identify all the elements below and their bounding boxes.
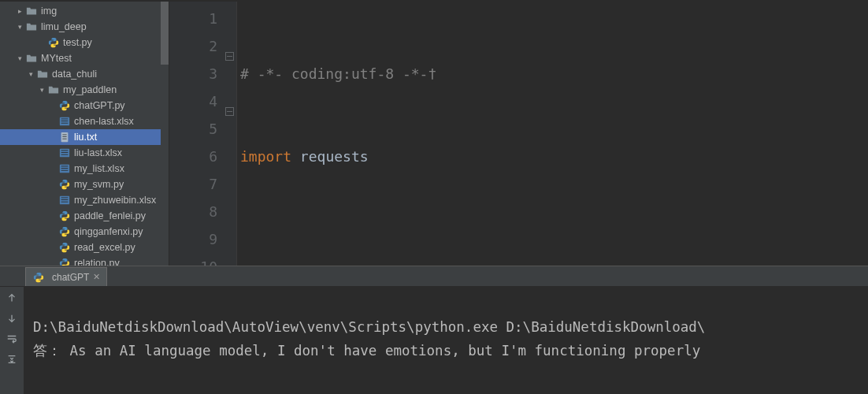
tree-item-relation-py[interactable]: relation.py [0,255,169,266]
py-icon [58,210,71,222]
svg-rect-6 [62,136,66,137]
console-output[interactable]: D:\BaiduNetdiskDownload\AutoView\venv\Sc… [24,287,868,394]
svg-rect-14 [61,168,69,169]
folder-icon [47,84,60,96]
chevron-down-icon[interactable]: ▾ [16,53,24,64]
line-number: 4 [172,87,217,115]
tree-item-label: my_zhuweibin.xlsx [74,192,156,208]
tree-item-paddle-fenlei-py[interactable]: paddle_fenlei.py [0,208,169,224]
run-tool-window: chatGPT ✕ D:\BaiduNetdiskDownload\AutoVi… [0,266,868,394]
tree-scrollbar-track[interactable] [161,2,169,266]
tree-item-my-svm-py[interactable]: my_svm.py [0,177,169,192]
run-tabs: chatGPT ✕ [0,266,868,287]
tree-item-chen-last-xlsx[interactable]: chen-last.xlsx [0,113,169,129]
project-tree[interactable]: ▸img▾limu_deeptest.py▾MYtest▾data_chuli▾… [0,2,169,266]
line-number: 3 [172,60,217,87]
svg-rect-3 [61,123,69,124]
fold-toggle-icon[interactable] [225,42,234,50]
tree-item-label: qingganfenxi.py [74,224,143,240]
chevron-down-icon[interactable]: ▾ [16,21,24,32]
svg-rect-1 [61,119,69,120]
code-comment: # -*- coding:utf-8 -*-† [240,65,436,82]
tree-item-img[interactable]: ▸img [0,3,169,19]
tree-item-label: chatGPT.py [74,98,125,113]
fold-toggle-icon[interactable] [225,97,234,106]
python-icon [32,271,45,284]
tree-item-label: data_chuli [52,66,97,82]
py-icon [58,241,71,254]
line-number-gutter: 12345678910 [169,2,237,266]
svg-rect-10 [61,152,69,153]
code-text: requests [291,148,369,165]
svg-rect-17 [61,198,69,199]
chevron-down-icon[interactable]: ▾ [27,69,35,80]
svg-rect-2 [61,121,69,121]
tree-item-label: my_svm.py [74,177,124,192]
svg-rect-19 [61,202,69,203]
folder-icon [36,68,49,80]
line-number: 9 [172,225,217,253]
xls-icon [58,115,71,128]
txt-icon [58,131,71,143]
tree-item-qingganfenxi-py[interactable]: qingganfenxi.py [0,224,169,240]
line-number: 8 [172,198,217,225]
folder-icon [25,20,38,33]
tree-item-label: my_list.xlsx [74,161,124,177]
chevron-down-icon[interactable]: ▾ [38,84,46,95]
py-icon [58,99,71,112]
tree-item-label: liu-last.xlsx [74,145,122,161]
run-gutter [0,287,24,394]
py-icon [58,178,71,191]
run-tab-chatgpt[interactable]: chatGPT ✕ [25,267,107,286]
line-number: 6 [172,143,217,170]
line-number: 7 [172,170,217,198]
tree-item-label: paddle_fenlei.py [74,208,146,224]
xls-icon [58,147,71,159]
svg-rect-9 [61,151,69,151]
tree-item-label: test.py [63,35,92,50]
tree-item-liu-last-xlsx[interactable]: liu-last.xlsx [0,145,169,161]
py-icon [47,36,60,49]
tree-scrollbar-thumb[interactable] [161,2,169,65]
tree-item-my-list-xlsx[interactable]: my_list.xlsx [0,161,169,177]
code-area[interactable]: # -*- coding:utf-8 -*-† import requests … [237,2,868,266]
tree-item-liu-txt[interactable]: liu.txt [0,129,169,145]
py-icon [58,257,71,266]
tree-item-test-py[interactable]: test.py [0,35,169,50]
line-number: 10 [172,253,217,266]
xls-icon [58,194,71,206]
keyword: import [240,148,291,165]
tree-item-label: MYtest [41,50,72,66]
tree-item-mytest[interactable]: ▾MYtest [0,50,169,66]
arrow-down-icon[interactable] [6,312,18,325]
svg-rect-15 [61,170,69,171]
tree-item-label: read_excel.py [74,240,135,255]
svg-rect-11 [61,154,69,155]
folder-icon [25,5,38,17]
console-line: 答： As an AI language model, I don't have… [33,343,709,359]
tree-item-my-zhuweibin-xlsx[interactable]: my_zhuweibin.xlsx [0,192,169,208]
tree-item-read-excel-py[interactable]: read_excel.py [0,240,169,255]
close-icon[interactable]: ✕ [93,272,100,282]
scroll-to-end-icon[interactable] [6,353,18,366]
line-number: 1 [172,5,217,32]
tree-item-label: relation.py [74,255,120,266]
tree-item-data-chuli[interactable]: ▾data_chuli [0,66,169,82]
soft-wrap-icon[interactable] [6,333,18,345]
chevron-right-icon[interactable]: ▸ [16,6,24,17]
tree-item-my-paddlen[interactable]: ▾my_paddlen [0,82,169,98]
svg-rect-5 [62,135,66,136]
folder-icon [25,52,38,65]
tree-item-label: img [41,3,57,19]
tree-item-limu-deep[interactable]: ▾limu_deep [0,19,169,35]
svg-rect-13 [61,166,69,167]
tree-item-label: liu.txt [74,129,97,145]
svg-rect-7 [62,139,66,139]
xls-icon [58,162,71,175]
arrow-up-icon[interactable] [6,292,18,304]
run-tab-label: chatGPT [52,272,89,283]
code-editor[interactable]: 12345678910 # -*- coding:utf-8 -*-† impo… [169,2,868,266]
console-line: D:\BaiduNetdiskDownload\AutoView\venv\Sc… [33,319,705,335]
tree-item-chatgpt-py[interactable]: chatGPT.py [0,98,169,113]
py-icon [58,225,71,238]
